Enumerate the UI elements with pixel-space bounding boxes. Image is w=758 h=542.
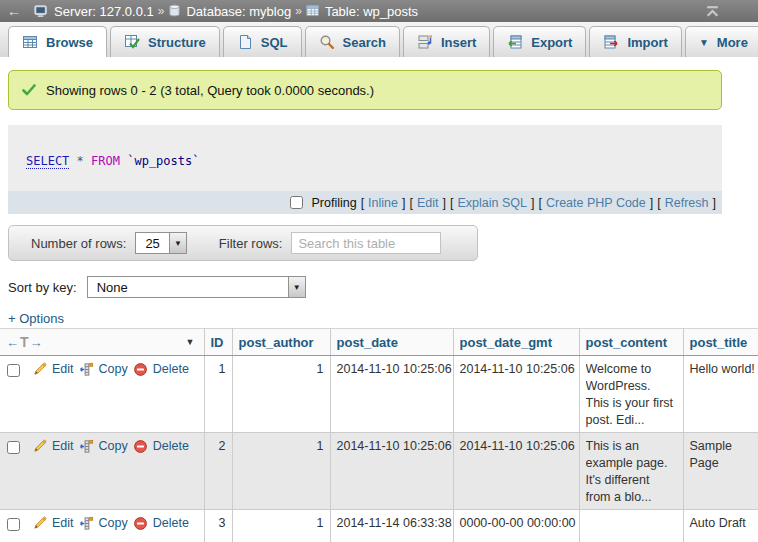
profiling-checkbox[interactable] [290, 196, 303, 209]
status-message: Showing rows 0 - 2 (3 total, Query took … [8, 70, 722, 110]
delete-link[interactable]: Delete [153, 438, 189, 455]
edit-sql-link[interactable]: Edit [417, 196, 439, 210]
row-actions-cell: Edit Copy Delete [0, 356, 204, 433]
edit-link[interactable]: Edit [52, 361, 74, 378]
copy-link[interactable]: Copy [99, 515, 128, 532]
tab-label: Structure [148, 35, 206, 50]
sort-key-select[interactable]: None ▼ [87, 276, 306, 298]
breadcrumb-table[interactable]: Table: wp_posts [306, 4, 418, 19]
scroll-top-icon[interactable] [705, 5, 720, 18]
import-icon [603, 34, 619, 50]
row-checkbox[interactable] [7, 518, 20, 531]
chevron-down-icon: ▼ [699, 37, 709, 48]
delete-icon [133, 516, 148, 531]
cell-post-author: 1 [232, 510, 330, 542]
tab-export[interactable]: Export [493, 26, 586, 57]
insert-icon [417, 34, 433, 50]
move-left-icon: ← [6, 335, 19, 350]
search-icon [319, 34, 335, 50]
chevron-down-icon: ▼ [169, 233, 186, 253]
pencil-icon [32, 516, 47, 531]
tab-sql[interactable]: SQL [223, 26, 302, 57]
row-checkbox[interactable] [7, 441, 20, 454]
profiling-label: Profiling [311, 196, 356, 210]
breadcrumb-database[interactable]: Database: myblog [168, 4, 291, 19]
copy-icon [79, 516, 94, 531]
filter-label: Filter rows: [219, 236, 283, 251]
rows-count-select[interactable]: 25 ▼ [135, 232, 186, 254]
breadcrumb-server[interactable]: Server: 127.0.0.1 [34, 4, 154, 19]
column-header-post-date-gmt[interactable]: post_date_gmt [453, 329, 579, 356]
cell-post-content: This is an example page. It's different … [579, 433, 683, 510]
options-toggle[interactable]: + Options [8, 311, 64, 326]
tab-more[interactable]: ▼ More [685, 26, 758, 57]
move-columns-control[interactable]: ←T→ [6, 334, 43, 350]
bracket: [ [657, 196, 660, 210]
column-header-post-title[interactable]: post_title [683, 329, 758, 356]
breadcrumb-database-label: Database: myblog [186, 4, 291, 19]
cell-id: 1 [204, 356, 232, 433]
cell-post-content: Welcome to WordPress. This is your first… [579, 356, 683, 433]
bracket: ] [531, 196, 534, 210]
bracket: [ [538, 196, 541, 210]
move-right-icon: → [30, 335, 43, 350]
edit-link[interactable]: Edit [52, 438, 74, 455]
bracket: ] [713, 196, 716, 210]
structure-icon [124, 34, 140, 50]
refresh-link[interactable]: Refresh [665, 196, 709, 210]
tab-search[interactable]: Search [305, 26, 400, 57]
tab-structure[interactable]: Structure [110, 26, 220, 57]
cell-post-date: 2014-11-10 10:25:06 [330, 356, 453, 433]
cell-post-author: 1 [232, 356, 330, 433]
header-row: ←T→ ▼ ID post_author post_date post_date… [0, 329, 758, 356]
column-header-post-author[interactable]: post_author [232, 329, 330, 356]
row-checkbox[interactable] [7, 364, 20, 377]
status-message-text: Showing rows 0 - 2 (3 total, Query took … [46, 83, 374, 98]
inline-link[interactable]: Inline [368, 196, 398, 210]
tab-label: SQL [261, 35, 288, 50]
tab-insert[interactable]: Insert [403, 26, 490, 57]
server-icon [34, 4, 49, 19]
cell-post-title: Sample Page [683, 433, 758, 510]
delete-link[interactable]: Delete [153, 361, 189, 378]
column-header-post-content[interactable]: post_content [579, 329, 683, 356]
sql-star: * [77, 154, 84, 168]
edit-link[interactable]: Edit [52, 515, 74, 532]
delete-icon [133, 362, 148, 377]
table-row: Edit Copy Delete 1 1 2014-11-10 10:25:06… [0, 356, 758, 433]
pencil-icon [32, 362, 47, 377]
column-header-post-date[interactable]: post_date [330, 329, 453, 356]
delete-link[interactable]: Delete [153, 515, 189, 532]
sql-query-box: SELECT * FROM `wp_posts` Profiling [ Inl… [8, 125, 722, 214]
tab-label: Browse [46, 35, 93, 50]
cell-post-title: Hello world! [683, 356, 758, 433]
bracket: [ [450, 196, 453, 210]
sql-keyword-select[interactable]: SELECT [26, 154, 69, 169]
rows-count-value: 25 [136, 233, 168, 253]
column-actions-header: ←T→ ▼ [0, 329, 204, 356]
rows-label: Number of rows: [31, 236, 126, 251]
breadcrumb-bar: ← Server: 127.0.0.1 » Database: myblog »… [0, 0, 758, 22]
move-columns-label: T [20, 334, 29, 350]
breadcrumb-separator: » [158, 4, 165, 18]
breadcrumb-server-label: Server: 127.0.0.1 [54, 4, 154, 19]
export-icon [507, 34, 523, 50]
create-php-code-link[interactable]: Create PHP Code [546, 196, 646, 210]
tab-browse[interactable]: Browse [8, 26, 107, 57]
cell-post-author: 1 [232, 433, 330, 510]
bracket: ] [443, 196, 446, 210]
sql-footer: Profiling [ Inline ] [ Edit ] [ Explain … [8, 191, 722, 214]
breadcrumb-table-label: Table: wp_posts [325, 4, 418, 19]
sql-keyword-from: FROM [91, 154, 120, 168]
sql-icon [237, 34, 253, 50]
column-header-id[interactable]: ID [204, 329, 232, 356]
tab-import[interactable]: Import [589, 26, 681, 57]
filter-input[interactable] [291, 232, 441, 254]
row-actions-cell: Edit Copy Delete [0, 510, 204, 542]
copy-link[interactable]: Copy [99, 361, 128, 378]
copy-link[interactable]: Copy [99, 438, 128, 455]
chevron-down-icon[interactable]: ▼ [186, 337, 195, 347]
bracket: ] [402, 196, 405, 210]
nav-collapse-left-icon[interactable]: ← [7, 3, 21, 19]
explain-sql-link[interactable]: Explain SQL [457, 196, 526, 210]
